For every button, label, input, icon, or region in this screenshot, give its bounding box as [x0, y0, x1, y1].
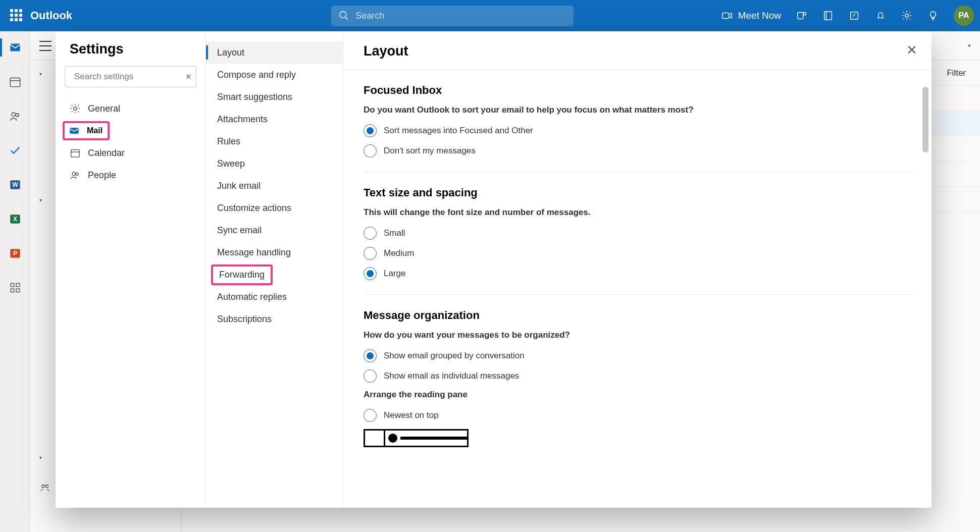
svg-rect-5	[824, 12, 832, 20]
section-heading: Message organization	[364, 309, 911, 322]
settings-title: Settings	[56, 41, 205, 66]
svg-text:X: X	[13, 216, 17, 223]
account-avatar[interactable]: PA	[954, 6, 974, 26]
clear-search-icon[interactable]: ✕	[185, 72, 192, 81]
immersive-reader-icon[interactable]	[849, 10, 860, 21]
rail-word[interactable]: W	[0, 173, 30, 197]
svg-rect-20	[11, 283, 14, 287]
sub-handling[interactable]: Message handling	[206, 241, 343, 263]
svg-rect-7	[851, 12, 858, 20]
rail-mail[interactable]	[0, 35, 30, 60]
settings-search[interactable]: ✕	[65, 66, 196, 87]
calendar-icon	[9, 75, 22, 88]
sub-forwarding[interactable]: Forwarding	[206, 263, 343, 286]
sub-sync[interactable]: Sync email	[206, 219, 343, 241]
filter-button[interactable]: Filter	[947, 68, 966, 78]
svg-rect-9	[10, 43, 20, 51]
content-scrollbar[interactable]	[922, 87, 929, 506]
search-input[interactable]	[355, 11, 566, 21]
titlebar: Outlook Meet Now PA	[0, 0, 980, 31]
category-general[interactable]: General	[56, 97, 205, 120]
calendar-icon	[70, 147, 81, 158]
svg-point-12	[11, 113, 15, 117]
section-heading: Text size and spacing	[364, 186, 911, 199]
sub-rules[interactable]: Rules	[206, 130, 343, 152]
svg-rect-23	[16, 289, 19, 292]
layout-preview	[364, 429, 469, 447]
hamburger-icon[interactable]	[39, 41, 51, 51]
section-subheading: Arrange the reading pane	[364, 390, 911, 400]
sub-autoreply[interactable]: Automatic replies	[206, 286, 343, 308]
radio-individual[interactable]: Show email as individual messages	[364, 369, 911, 383]
global-search[interactable]	[331, 6, 574, 26]
product-name: Outlook	[30, 9, 72, 22]
settings-search-input[interactable]	[74, 72, 181, 82]
svg-line-1	[345, 17, 348, 20]
word-icon: W	[9, 178, 22, 191]
settings-content: ✕ Layout Focused Inbox Do you want Outlo…	[343, 31, 932, 508]
sub-customize[interactable]: Customize actions	[206, 197, 343, 219]
excel-icon: X	[9, 212, 22, 226]
meet-now-button[interactable]: Meet Now	[721, 10, 781, 21]
radio-icon	[364, 369, 377, 383]
svg-text:W: W	[12, 181, 18, 188]
section-question: How do you want your messages to be orga…	[364, 330, 911, 340]
svg-text:P: P	[13, 250, 17, 257]
sub-sweep[interactable]: Sweep	[206, 152, 343, 175]
svg-rect-10	[10, 78, 20, 86]
gear-icon[interactable]	[901, 10, 912, 21]
section-heading: Focused Inbox	[364, 84, 911, 97]
content-title: Layout	[364, 43, 911, 59]
powerpoint-icon: P	[9, 247, 22, 260]
rail-people[interactable]	[0, 104, 30, 128]
rail-excel[interactable]: X	[0, 207, 30, 231]
radio-icon	[364, 409, 377, 422]
section-question: This will change the font size and numbe…	[364, 207, 911, 218]
svg-point-4	[803, 13, 806, 15]
sub-layout[interactable]: Layout	[206, 41, 343, 64]
svg-rect-2	[723, 13, 729, 19]
svg-point-29	[74, 107, 77, 110]
sub-attachments[interactable]: Attachments	[206, 108, 343, 130]
settings-dialog: Settings ✕ General Mail Calendar People …	[56, 31, 932, 508]
sub-junk[interactable]: Junk email	[206, 175, 343, 197]
rail-calendar[interactable]	[0, 70, 30, 94]
app-launcher-icon[interactable]	[10, 9, 23, 22]
radio-focused-sort[interactable]: Sort messages into Focused and Other	[364, 124, 911, 137]
svg-point-34	[76, 173, 78, 176]
sub-subscriptions[interactable]: Subscriptions	[206, 308, 343, 330]
rail-todo[interactable]	[0, 138, 30, 163]
command-overflow-chevron[interactable]: ▾	[964, 35, 975, 56]
rail-powerpoint[interactable]: P	[0, 241, 30, 265]
category-people[interactable]: People	[56, 164, 205, 186]
mail-icon	[9, 41, 22, 54]
radio-icon	[364, 227, 377, 240]
radio-icon	[364, 349, 377, 362]
svg-rect-21	[16, 283, 19, 287]
svg-point-25	[42, 485, 45, 488]
rail-more-apps[interactable]	[0, 276, 30, 300]
teams-icon[interactable]	[796, 10, 807, 21]
settings-categories: Settings ✕ General Mail Calendar People	[56, 31, 206, 508]
radio-icon	[364, 267, 377, 280]
radio-dont-sort[interactable]: Don't sort my messages	[364, 144, 911, 157]
sub-compose[interactable]: Compose and reply	[206, 64, 343, 86]
radio-icon	[364, 144, 377, 157]
category-calendar[interactable]: Calendar	[56, 142, 205, 164]
radio-medium[interactable]: Medium	[364, 247, 911, 260]
search-icon	[338, 10, 349, 21]
svg-point-33	[72, 172, 75, 175]
notes-icon[interactable]	[822, 10, 834, 21]
svg-rect-22	[11, 289, 14, 292]
apps-grid-icon	[9, 281, 22, 294]
radio-small[interactable]: Small	[364, 227, 911, 240]
radio-grouped[interactable]: Show email grouped by conversation	[364, 349, 911, 362]
radio-large[interactable]: Large	[364, 267, 911, 280]
sub-smart[interactable]: Smart suggestions	[206, 86, 343, 108]
close-button[interactable]: ✕	[906, 42, 917, 58]
lightbulb-icon[interactable]	[927, 10, 939, 21]
radio-newest-top[interactable]: Newest on top	[364, 409, 911, 422]
category-mail[interactable]: Mail	[63, 121, 110, 140]
bell-icon[interactable]	[875, 10, 886, 21]
svg-point-13	[16, 114, 19, 117]
